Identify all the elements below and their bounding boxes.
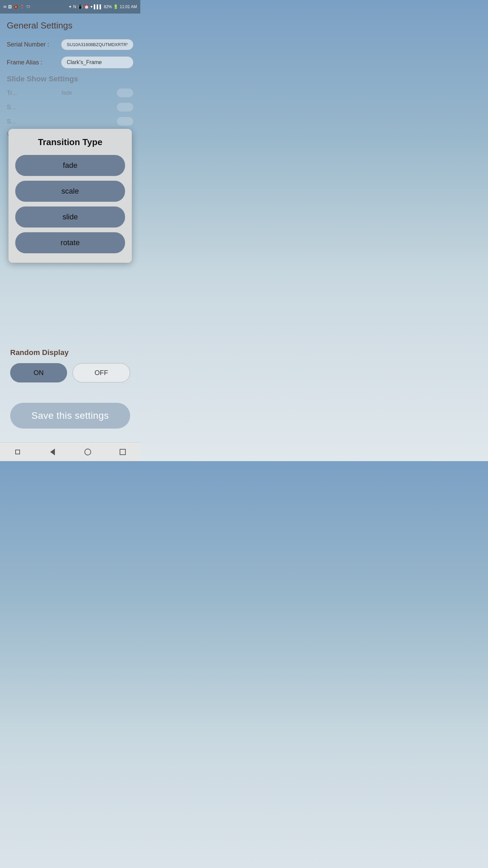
home-icon xyxy=(84,449,91,455)
image-icon: 🖼 xyxy=(8,5,12,9)
setting-toggle-2[interactable] xyxy=(117,102,134,112)
clock: 11:01 AM xyxy=(120,4,137,9)
random-display-toggle-row: ON OFF xyxy=(10,363,130,382)
alarm-icon: ⏰ xyxy=(84,4,89,9)
wifi-icon: ▾ xyxy=(90,4,93,9)
setting-row-2: S... xyxy=(7,102,134,112)
slideshow-settings-section: Slide Show Settings Tr... fade S... S...… xyxy=(7,75,134,138)
transition-slide-option[interactable]: slide xyxy=(15,206,125,228)
recents-icon xyxy=(15,450,20,454)
serial-number-row: Serial Number : xyxy=(7,39,134,50)
transition-modal: Transition Type fade scale slide rotate xyxy=(8,129,132,263)
nav-home-button[interactable] xyxy=(78,445,98,459)
transition-fade-option[interactable]: fade xyxy=(15,155,125,176)
random-display-off-button[interactable]: OFF xyxy=(73,363,130,382)
nfc-icon: N xyxy=(73,4,76,9)
nav-square-button[interactable] xyxy=(113,445,133,459)
bluetooth-icon: ✦ xyxy=(68,4,72,9)
battery-icon: 🔋 xyxy=(113,4,118,9)
serial-number-label: Serial Number : xyxy=(7,41,61,48)
main-content: General Settings Serial Number : Frame A… xyxy=(0,14,140,442)
random-display-title: Random Display xyxy=(10,348,130,357)
setting-toggle-3[interactable] xyxy=(117,117,134,126)
navigation-bar xyxy=(0,442,140,461)
alarm-off-icon: 🔕 xyxy=(14,5,18,9)
transition-rotate-option[interactable]: rotate xyxy=(15,232,125,253)
save-section: Save this settings xyxy=(7,403,134,435)
back-icon xyxy=(50,449,55,455)
transition-value-partial: fade xyxy=(62,90,72,96)
signal-icon: ▌▌▌ xyxy=(94,4,103,9)
transition-scale-option[interactable]: scale xyxy=(15,181,125,202)
mail-icon: ✉ xyxy=(3,5,6,9)
setting-label-3: S... xyxy=(7,118,16,125)
status-icons-left: ✉ 🖼 🔕 📍 🛡 xyxy=(3,5,30,9)
transition-modal-overlay: Transition Type fade scale slide rotate xyxy=(0,129,140,263)
vibrate-icon: 📳 xyxy=(78,4,83,9)
status-bar: ✉ 🖼 🔕 📍 🛡 ✦ N 📳 ⏰ ▾ ▌▌▌ 82% 🔋 11:01 AM xyxy=(0,0,140,14)
setting-label-2: S... xyxy=(7,104,16,111)
slideshow-title: Slide Show Settings xyxy=(7,75,134,83)
transition-label-partial: Tr... xyxy=(7,90,17,97)
transition-type-row: Tr... fade xyxy=(7,88,134,98)
random-display-on-button[interactable]: ON xyxy=(10,363,67,382)
nav-recents-button[interactable] xyxy=(7,445,28,459)
nav-back-button[interactable] xyxy=(42,445,63,459)
square-icon xyxy=(120,449,126,455)
battery-percent: 82% xyxy=(104,4,112,9)
serial-number-input[interactable] xyxy=(61,39,134,50)
modal-title: Transition Type xyxy=(15,137,125,147)
frame-alias-row: Frame Alias : xyxy=(7,56,134,68)
save-settings-button[interactable]: Save this settings xyxy=(10,403,130,429)
status-icons-right: ✦ N 📳 ⏰ ▾ ▌▌▌ 82% 🔋 11:01 AM xyxy=(68,4,137,9)
setting-row-3: S... xyxy=(7,117,134,126)
wifi-shield-icon: 🛡 xyxy=(26,5,30,9)
random-display-section: Random Display ON OFF xyxy=(7,348,134,382)
maps-icon: 📍 xyxy=(20,5,25,9)
transition-toggle[interactable] xyxy=(117,88,134,98)
frame-alias-label: Frame Alias : xyxy=(7,59,61,66)
frame-alias-input[interactable] xyxy=(61,56,134,68)
general-settings-title: General Settings xyxy=(7,20,134,31)
